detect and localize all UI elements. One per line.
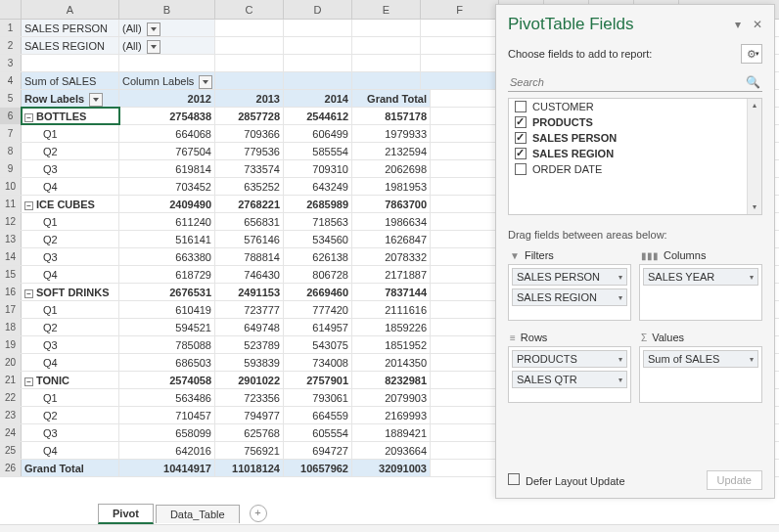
cell[interactable]: 8232981 — [352, 372, 431, 388]
cell[interactable]: 767504 — [119, 143, 215, 159]
col-header-D[interactable]: D — [284, 0, 352, 19]
row-header[interactable]: 9 — [0, 160, 22, 177]
cell[interactable]: 523789 — [215, 336, 284, 353]
cell[interactable]: 2574058 — [119, 372, 215, 388]
cell[interactable]: 611240 — [119, 213, 215, 230]
row-header[interactable]: 22 — [0, 389, 22, 406]
checkbox-icon[interactable] — [515, 101, 527, 112]
cell[interactable]: 8157178 — [352, 108, 431, 124]
quarter-row[interactable]: Q1 — [22, 125, 119, 142]
row-header[interactable]: 10 — [0, 178, 22, 195]
cell[interactable]: 718563 — [284, 213, 352, 230]
checkbox-icon[interactable] — [515, 148, 527, 159]
cell[interactable]: 779536 — [215, 143, 284, 159]
row-header[interactable]: 25 — [0, 442, 22, 459]
cell[interactable]: 2669460 — [284, 284, 352, 300]
chevron-down-icon[interactable]: ▾ — [619, 376, 622, 384]
cell[interactable]: 576146 — [215, 231, 284, 247]
cell[interactable]: 619814 — [119, 160, 215, 177]
cell[interactable]: 626138 — [284, 248, 352, 265]
columns-area[interactable]: ▮▮▮Columns SALES YEAR▾ — [639, 246, 762, 321]
cell[interactable]: 734008 — [284, 354, 352, 371]
cell[interactable]: 2093664 — [352, 442, 431, 459]
field-search[interactable]: 🔍 — [508, 73, 762, 92]
cell[interactable]: 2544612 — [284, 108, 352, 124]
cell[interactable]: 649748 — [215, 319, 284, 335]
cell[interactable]: 709310 — [284, 160, 352, 177]
filter-value[interactable]: (All) — [119, 37, 215, 54]
scroll-down-icon[interactable]: ▾ — [748, 200, 761, 214]
row-header[interactable]: 14 — [0, 248, 22, 265]
cell[interactable]: 710457 — [119, 407, 215, 423]
cell[interactable]: 656831 — [215, 213, 284, 230]
cell[interactable]: 606499 — [284, 125, 352, 142]
col-header-B[interactable]: B — [119, 0, 215, 19]
collapse-icon[interactable]: − — [24, 201, 33, 210]
cell[interactable]: 642016 — [119, 442, 215, 459]
quarter-row[interactable]: Q4 — [22, 354, 119, 371]
cell[interactable]: 1986634 — [352, 213, 431, 230]
quarter-row[interactable]: Q2 — [22, 231, 119, 247]
cell[interactable]: 1851952 — [352, 336, 431, 353]
chevron-down-icon[interactable]: ▾ — [619, 355, 622, 364]
cell[interactable]: 746430 — [215, 266, 284, 283]
cell[interactable]: 585554 — [284, 143, 352, 159]
col-header-F[interactable]: F — [421, 0, 499, 19]
cell[interactable]: 723356 — [215, 389, 284, 406]
cell[interactable]: 2014350 — [352, 354, 431, 371]
row-header[interactable]: 21 — [0, 372, 22, 388]
search-input[interactable] — [508, 73, 762, 92]
cell[interactable]: 610419 — [119, 301, 215, 318]
dropdown-icon[interactable] — [147, 40, 160, 54]
quarter-row[interactable]: Q1 — [22, 213, 119, 230]
cell[interactable]: 2132594 — [352, 143, 431, 159]
chevron-down-icon[interactable]: ▾ — [619, 273, 622, 282]
cell[interactable]: 643249 — [284, 178, 352, 195]
row-header[interactable]: 3 — [0, 55, 22, 71]
quarter-row[interactable]: Q3 — [22, 160, 119, 177]
cell[interactable]: 1859226 — [352, 319, 431, 335]
field-item[interactable]: CUSTOMER — [509, 99, 761, 114]
cell[interactable]: 2169993 — [352, 407, 431, 423]
defer-update-checkbox[interactable]: Defer Layout Update — [508, 473, 625, 487]
cell[interactable]: 785088 — [119, 336, 215, 353]
collapse-icon[interactable]: − — [24, 377, 33, 386]
quarter-row[interactable]: Q2 — [22, 143, 119, 159]
cell[interactable]: 709366 — [215, 125, 284, 142]
col-header-C[interactable]: C — [215, 0, 284, 19]
cell[interactable]: 2079903 — [352, 389, 431, 406]
quarter-row[interactable]: Q3 — [22, 248, 119, 265]
area-pill[interactable]: SALES PERSON▾ — [512, 268, 627, 286]
cell[interactable]: 733574 — [215, 160, 284, 177]
quarter-row[interactable]: Q3 — [22, 336, 119, 353]
cell[interactable]: 2171887 — [352, 266, 431, 283]
cell[interactable]: 1981953 — [352, 178, 431, 195]
row-header[interactable]: 8 — [0, 143, 22, 159]
cell[interactable]: 2754838 — [119, 108, 215, 124]
row-header[interactable]: 13 — [0, 231, 22, 247]
row-header[interactable]: 2 — [0, 37, 22, 54]
dropdown-icon[interactable] — [147, 22, 160, 36]
row-header[interactable]: 15 — [0, 266, 22, 283]
sheet-tab-pivot[interactable]: Pivot — [98, 504, 154, 524]
quarter-row[interactable]: Q4 — [22, 266, 119, 283]
cell[interactable]: 563486 — [119, 389, 215, 406]
checkbox-icon[interactable] — [515, 116, 527, 128]
cell[interactable]: 2768221 — [215, 196, 284, 212]
row-header[interactable]: 19 — [0, 336, 22, 353]
row-header[interactable]: 16 — [0, 284, 22, 300]
cell[interactable]: 2111616 — [352, 301, 431, 318]
cell[interactable]: 1889421 — [352, 424, 431, 441]
cell[interactable]: 686503 — [119, 354, 215, 371]
cell[interactable]: 777420 — [284, 301, 352, 318]
cell[interactable]: 516141 — [119, 231, 215, 247]
grand-total-row[interactable]: Grand Total — [22, 460, 119, 476]
cell[interactable]: 543075 — [284, 336, 352, 353]
update-button[interactable]: Update — [707, 470, 762, 490]
row-header[interactable]: 5 — [0, 90, 22, 107]
row-header[interactable]: 4 — [0, 72, 22, 89]
cell[interactable]: 664068 — [119, 125, 215, 142]
quarter-row[interactable]: Q3 — [22, 424, 119, 441]
row-header[interactable]: 18 — [0, 319, 22, 335]
group-row[interactable]: −SOFT DRINKS — [22, 284, 119, 300]
